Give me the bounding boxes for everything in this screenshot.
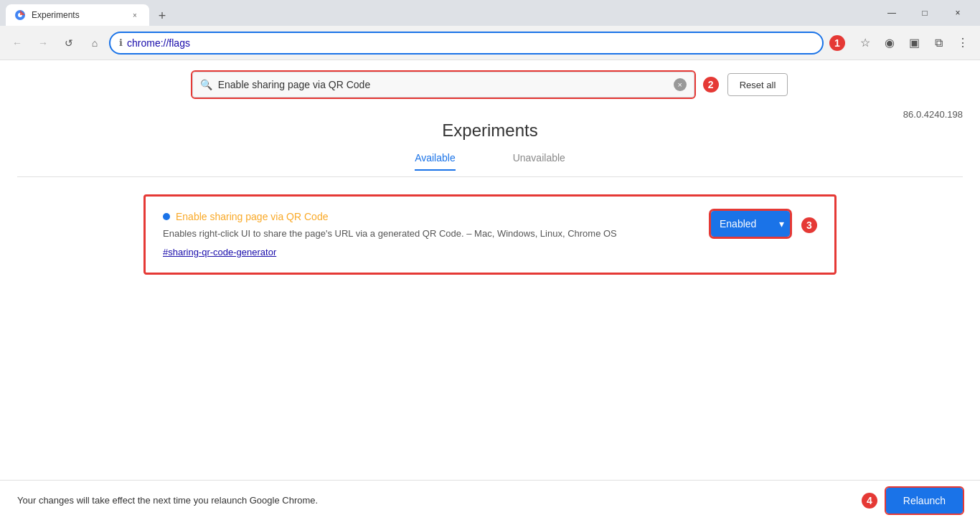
active-indicator-dot bbox=[163, 213, 170, 220]
tab-bar: Experiments × + bbox=[6, 0, 875, 26]
tab-close-button[interactable]: × bbox=[129, 9, 141, 21]
minimize-button[interactable]: — bbox=[875, 0, 908, 26]
relaunch-section: 4 Relaunch bbox=[862, 488, 963, 514]
experiment-link[interactable]: #sharing-qr-code-generator bbox=[163, 247, 276, 257]
experiment-control: Default Enabled Disabled 3 bbox=[711, 211, 817, 237]
tab-unavailable[interactable]: Unavailable bbox=[513, 152, 565, 171]
home-button[interactable]: ⌂ bbox=[83, 32, 106, 55]
reload-button[interactable]: ↺ bbox=[57, 32, 80, 55]
window-controls: — □ × bbox=[875, 0, 974, 26]
experiment-card: Enable sharing page via QR Code Enables … bbox=[143, 194, 837, 275]
menu-button[interactable]: ⋮ bbox=[951, 32, 974, 55]
experiment-title-text: Enable sharing page via QR Code bbox=[176, 211, 328, 222]
relaunch-button[interactable]: Relaunch bbox=[886, 488, 963, 514]
cast-button[interactable]: ▣ bbox=[903, 32, 925, 55]
address-bar-input[interactable] bbox=[127, 37, 814, 49]
active-tab[interactable]: Experiments × bbox=[6, 4, 149, 26]
search-clear-button[interactable]: × bbox=[674, 78, 687, 91]
tab-available[interactable]: Available bbox=[415, 152, 456, 171]
content-area: 🔍 × 2 Reset all Experiments 86.0.4240.19… bbox=[0, 60, 980, 480]
toolbar: ← → ↺ ⌂ ℹ 1 ☆ ◉ ▣ ⧉ ⋮ bbox=[0, 26, 980, 60]
forward-button[interactable]: → bbox=[32, 32, 55, 55]
close-button[interactable]: × bbox=[941, 0, 974, 26]
version-text: 86.0.4240.198 bbox=[903, 109, 963, 120]
tabs-row: Available Unavailable bbox=[17, 141, 963, 177]
address-bar-lock-icon: ℹ bbox=[119, 37, 123, 48]
new-tab-button[interactable]: + bbox=[152, 6, 172, 26]
tab-title: Experiments bbox=[32, 10, 123, 20]
maximize-button[interactable]: □ bbox=[908, 0, 941, 26]
page-header-row: Experiments 86.0.4240.198 bbox=[0, 109, 980, 141]
address-bar-container: ℹ bbox=[109, 32, 824, 55]
profile-button[interactable]: ◉ bbox=[878, 32, 901, 55]
search-input[interactable] bbox=[218, 79, 668, 90]
experiments-list: Enable sharing page via QR Code Enables … bbox=[0, 177, 980, 292]
search-icon: 🔍 bbox=[200, 79, 212, 90]
bookmark-button[interactable]: ☆ bbox=[854, 32, 877, 55]
experiment-title: Enable sharing page via QR Code bbox=[163, 211, 694, 222]
experiment-description: Enables right-click UI to share the page… bbox=[163, 227, 694, 241]
search-bar: 🔍 × bbox=[192, 72, 694, 98]
extensions-button[interactable]: ⧉ bbox=[927, 32, 950, 55]
browser-window: Experiments × + — □ × ← → ↺ ⌂ ℹ 1 ☆ ◉ ▣ … bbox=[0, 0, 980, 520]
step1-badge: 1 bbox=[829, 35, 845, 51]
experiment-info: Enable sharing page via QR Code Enables … bbox=[163, 211, 711, 258]
search-bar-container: 🔍 × 2 Reset all bbox=[0, 60, 980, 109]
bottom-bar: Your changes will take effect the next t… bbox=[0, 480, 980, 520]
step4-badge: 4 bbox=[862, 493, 877, 509]
title-bar: Experiments × + — □ × bbox=[0, 0, 980, 26]
enabled-select-wrapper: Default Enabled Disabled bbox=[711, 211, 790, 237]
step3-badge: 3 bbox=[801, 217, 817, 233]
page-title: Experiments bbox=[442, 120, 537, 141]
reset-all-button[interactable]: Reset all bbox=[727, 73, 788, 96]
experiment-select[interactable]: Default Enabled Disabled bbox=[711, 211, 790, 237]
toolbar-actions: ☆ ◉ ▣ ⧉ ⋮ bbox=[854, 32, 974, 55]
step2-badge: 2 bbox=[703, 77, 719, 93]
back-button[interactable]: ← bbox=[6, 32, 29, 55]
tab-favicon bbox=[14, 9, 26, 21]
bottom-message: Your changes will take effect the next t… bbox=[17, 495, 318, 506]
